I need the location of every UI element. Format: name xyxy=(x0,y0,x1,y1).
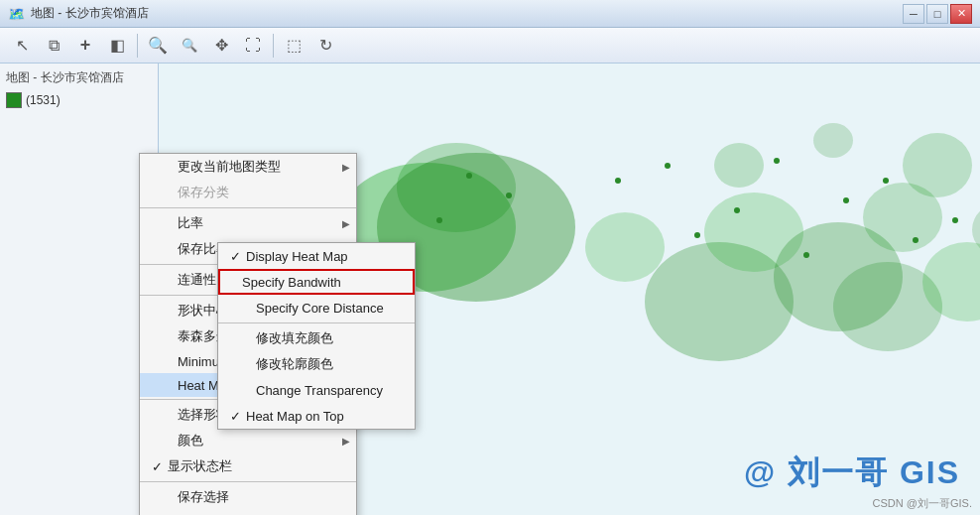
zoom-out-button[interactable]: 🔍 xyxy=(176,32,203,60)
toolbar: ↖ ⧉ + ◧ 🔍 🔍 ✥ ⛶ ⬚ ↻ xyxy=(0,28,980,64)
toolbar-separator-2 xyxy=(273,34,274,58)
close-button[interactable]: ✕ xyxy=(950,4,972,24)
add-tool-button[interactable]: + xyxy=(71,32,99,60)
panel-title: 地图 - 长沙市宾馆酒店 xyxy=(6,69,152,86)
title-bar-controls: ─ □ ✕ xyxy=(903,4,972,24)
minimize-button[interactable]: ─ xyxy=(903,4,924,24)
select-tool-button[interactable]: ↖ xyxy=(8,32,36,60)
identify-button[interactable]: ⬚ xyxy=(280,32,307,60)
csdn-label: CSDN @刘一哥GIS. xyxy=(873,496,972,511)
toolbar-separator-1 xyxy=(137,34,138,58)
refresh-button[interactable]: ↻ xyxy=(311,32,339,60)
layer-label: (1531) xyxy=(26,93,61,107)
sub-menu-item-specify-bandwith[interactable]: Specify Bandwith xyxy=(218,269,415,295)
menu-item-ratio[interactable]: 比率 xyxy=(140,210,356,236)
sub-menu: ✓ Display Heat Map Specify Bandwith Spec… xyxy=(217,242,416,430)
menu-item-display-statusbar[interactable]: ✓ 显示状态栏 xyxy=(140,453,356,479)
sub-menu-separator-1 xyxy=(218,322,415,323)
title-bar: 🗺️ 地图 - 长沙市宾馆酒店 ─ □ ✕ xyxy=(0,0,980,28)
menu-separator-1 xyxy=(140,207,356,208)
menu-item-color[interactable]: 颜色 xyxy=(140,428,356,453)
full-extent-button[interactable]: ⛶ xyxy=(239,32,267,60)
layer-color-swatch xyxy=(6,92,22,108)
title-bar-left: 🗺️ 地图 - 长沙市宾馆酒店 xyxy=(8,5,149,22)
app-icon: 🗺️ xyxy=(8,6,25,22)
pan-button[interactable]: ✥ xyxy=(207,32,235,60)
menu-item-copy-clipboard[interactable]: 复制图像到剪贴板 xyxy=(140,510,356,515)
menu-item-save-selection[interactable]: 保存选择 xyxy=(140,484,356,510)
main-area: 地图 - 长沙市宾馆酒店 (1531) xyxy=(0,64,980,515)
sub-menu-item-heat-map-on-top[interactable]: ✓ Heat Map on Top xyxy=(218,403,415,429)
sub-menu-item-display-heat-map[interactable]: ✓ Display Heat Map xyxy=(218,243,415,269)
left-panel: 地图 - 长沙市宾馆酒店 (1531) xyxy=(0,64,159,515)
sub-menu-item-change-transparency[interactable]: Change Transparency xyxy=(218,377,415,403)
window-title: 地图 - 长沙市宾馆酒店 xyxy=(31,5,149,22)
menu-separator-5 xyxy=(140,481,356,482)
layer-item[interactable]: (1531) xyxy=(6,90,152,110)
maximize-button[interactable]: □ xyxy=(926,4,948,24)
sub-menu-item-specify-core-distance[interactable]: Specify Core Distance xyxy=(218,295,415,321)
sub-menu-item-modify-outline-color[interactable]: 修改轮廓颜色 xyxy=(218,351,415,377)
menu-item-change-map-type[interactable]: 更改当前地图类型 xyxy=(140,154,356,180)
menu-item-save-category: 保存分类 xyxy=(140,180,356,205)
watermark: @ 刘一哥 GIS xyxy=(744,451,960,495)
copy-tool-button[interactable]: ⧉ xyxy=(40,32,67,60)
layers-tool-button[interactable]: ◧ xyxy=(103,32,131,60)
zoom-in-button[interactable]: 🔍 xyxy=(144,32,172,60)
sub-menu-item-modify-fill-color[interactable]: 修改填充颜色 xyxy=(218,325,415,351)
